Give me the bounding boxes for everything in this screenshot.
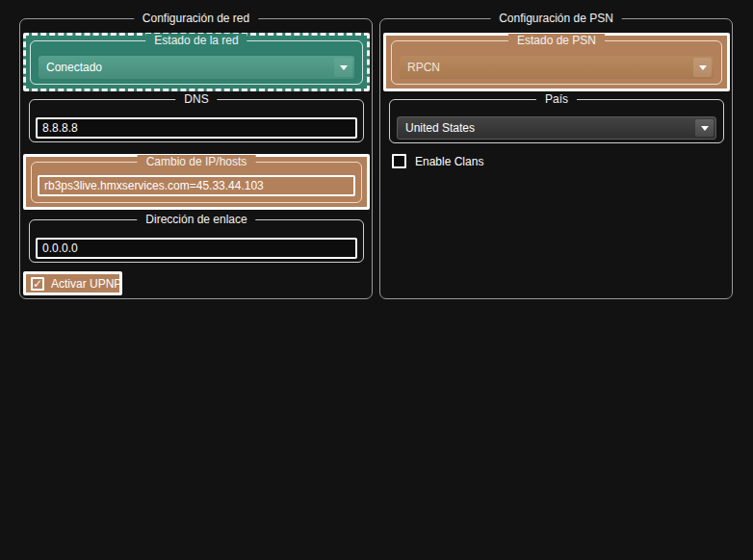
ip-hosts-switch-input[interactable] — [38, 175, 355, 196]
psn-status-frame: Estado de PSN RPCN — [391, 40, 722, 85]
network-config-group: Configuración de red Estado de la red Co… — [19, 18, 373, 299]
chevron-down-icon — [701, 126, 709, 131]
network-status-group: Estado de la red Conectado — [23, 33, 370, 91]
ip-hosts-switch-frame: Cambio de IP/hosts — [31, 162, 362, 203]
psn-status-dropdown[interactable]: RPCN — [400, 56, 714, 79]
psn-status-dropdown-value: RPCN — [407, 61, 440, 74]
ip-hosts-switch-group: Cambio de IP/hosts — [23, 154, 370, 210]
check-icon: ✓ — [33, 278, 42, 290]
psn-status-dropdown-button[interactable] — [693, 58, 712, 77]
bind-address-group: Dirección de enlace — [29, 219, 364, 263]
psn-status-title: Estado de PSN — [508, 34, 605, 48]
chevron-down-icon — [340, 65, 348, 70]
dns-input[interactable] — [36, 117, 357, 139]
upnp-checkbox-label: Activar UPNP — [51, 277, 121, 291]
country-dropdown-value: United States — [405, 121, 475, 135]
country-group: País United States — [389, 99, 724, 143]
dns-group: DNS — [29, 99, 364, 142]
clans-checkbox-label: Enable Clans — [415, 155, 483, 168]
country-dropdown[interactable]: United States — [397, 116, 716, 140]
psn-config-group-title: Configuración de PSN — [490, 12, 622, 26]
network-status-dropdown-button[interactable] — [334, 58, 352, 77]
clans-checkbox-row[interactable]: Enable Clans — [392, 154, 483, 168]
ip-hosts-switch-title: Cambio de IP/hosts — [138, 155, 256, 169]
network-status-dropdown[interactable]: Conectado — [39, 56, 354, 79]
network-status-frame: Estado de la red Conectado — [30, 40, 363, 85]
dns-group-title: DNS — [175, 92, 217, 107]
chevron-down-icon — [699, 65, 707, 70]
clans-checkbox[interactable] — [392, 154, 406, 168]
bind-address-group-title: Dirección de enlace — [137, 213, 255, 227]
network-config-group-title: Configuración de red — [134, 12, 258, 26]
network-status-dropdown-value: Conectado — [46, 61, 102, 74]
upnp-checkbox-row[interactable]: ✓ Activar UPNP — [23, 271, 122, 295]
country-dropdown-button[interactable] — [695, 119, 714, 137]
bind-address-input[interactable] — [36, 238, 357, 259]
country-group-title: País — [536, 92, 577, 107]
network-status-title: Estado de la red — [145, 34, 247, 48]
psn-status-group: Estado de PSN RPCN — [383, 33, 730, 91]
upnp-checkbox[interactable]: ✓ — [31, 277, 44, 291]
psn-config-group: Configuración de PSN Estado de PSN RPCN … — [379, 18, 733, 299]
